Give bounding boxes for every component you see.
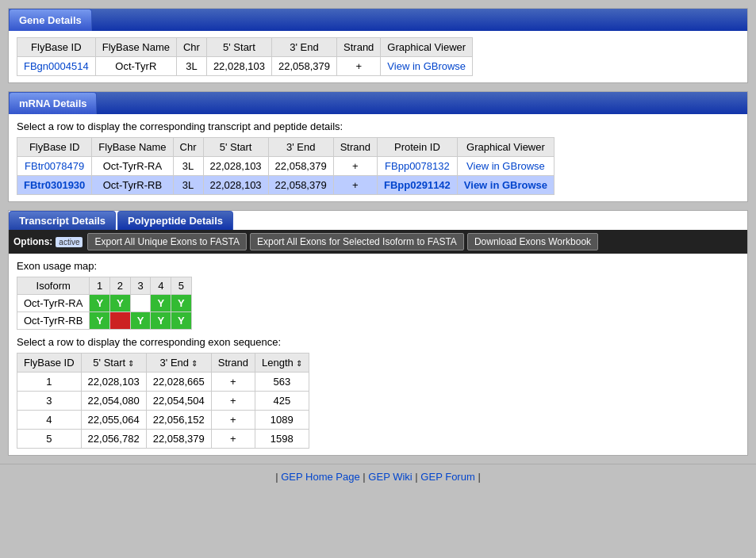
- active-badge: active: [56, 237, 83, 247]
- mrna-chr-cell: 3L: [173, 176, 203, 195]
- gene-flybase-id-link[interactable]: FBgn0004514: [24, 60, 89, 72]
- transcript-details-tab[interactable]: Transcript Details: [9, 211, 116, 230]
- mrna-protein-id-link[interactable]: FBpp0291142: [384, 179, 451, 191]
- gene-details-row[interactable]: FBgn0004514 Oct-TyrR 3L 22,028,103 22,05…: [17, 57, 473, 76]
- mrna-flybase-name-cell: Oct-TyrR-RA: [92, 157, 173, 176]
- mrna-header-row: FlyBase ID FlyBase Name Chr 5' Start 3' …: [17, 138, 555, 157]
- col-3end: 3' End: [271, 38, 336, 57]
- exon-seq-row[interactable]: 1 22,028,103 22,028,665 + 563: [17, 373, 309, 392]
- gene-details-table: FlyBase ID FlyBase Name Chr 5' Start 3' …: [17, 37, 473, 76]
- mrna-viewer-link[interactable]: View in GBrowse: [466, 160, 545, 172]
- mrna-select-note: Select a row to display the correspondin…: [17, 120, 739, 132]
- exon-seq-row[interactable]: 5 22,056,782 22,058,379 + 1598: [17, 430, 309, 449]
- exon-cell: [130, 295, 151, 312]
- col-strand: Strand: [337, 38, 381, 57]
- exon-map-header-row: Isoform 1 2 3 4 5: [17, 277, 192, 295]
- export-unique-exons-btn[interactable]: Export All Unique Exons to FASTA: [87, 233, 247, 250]
- transcript-tab-label: Transcript Details: [19, 215, 106, 227]
- exon-cell: Y: [90, 312, 110, 330]
- col-5start: 5' Start: [206, 38, 271, 57]
- gene-chr-cell: 3L: [176, 57, 206, 76]
- gene-details-panel: Gene Details FlyBase ID FlyBase Name Chr…: [8, 8, 748, 83]
- mrna-viewer-cell: View in GBrowse: [457, 157, 554, 176]
- exon-col-isoform: Isoform: [17, 277, 90, 295]
- polypeptide-tab-label: Polypeptide Details: [128, 215, 223, 227]
- mrna-flybase-id-cell: FBtr0301930: [17, 176, 92, 195]
- exon-col-4: 4: [151, 277, 171, 295]
- mrna-strand-cell: +: [333, 157, 377, 176]
- exon-col-5: 5: [171, 277, 192, 295]
- exon-seq-end: 22,056,152: [146, 411, 211, 430]
- transcript-tabs-bar: Transcript Details Polypeptide Details: [9, 211, 747, 230]
- mrna-row[interactable]: FBtr0301930 Oct-TyrR-RB 3L 22,028,103 22…: [17, 176, 555, 195]
- exon-map-section: Exon usage map: Isoform 1 2 3 4 5 Oct-Ty…: [9, 254, 747, 455]
- exon-seq-id: 1: [17, 373, 82, 392]
- mrna-strand-cell: +: [333, 176, 377, 195]
- footer: | GEP Home Page | GEP Wiki | GEP Forum |: [0, 464, 756, 489]
- gene-details-header-bar: Gene Details: [9, 9, 747, 31]
- mrna-row[interactable]: FBtr0078479 Oct-TyrR-RA 3L 22,028,103 22…: [17, 157, 555, 176]
- gene-viewer-cell: View in GBrowse: [381, 57, 473, 76]
- exon-cell: Y: [130, 312, 151, 330]
- exon-cell: Y: [90, 295, 110, 312]
- exon-seq-start: 22,028,103: [81, 373, 146, 392]
- options-label: Options:: [13, 236, 52, 247]
- select-exon-note: Select a row to display the correspondin…: [17, 336, 739, 348]
- mrna-col-5start: 5' Start: [203, 138, 268, 157]
- footer-gep-wiki[interactable]: GEP Wiki: [368, 471, 412, 483]
- exon-seq-length: 563: [255, 373, 309, 392]
- exon-sequence-table: FlyBase ID 5' Start 3' End Strand Length…: [17, 353, 309, 449]
- gene-details-tab[interactable]: Gene Details: [9, 9, 92, 31]
- exon-seq-strand: +: [211, 392, 255, 411]
- mrna-flybase-id-link[interactable]: FBtr0301930: [24, 179, 85, 191]
- gene-details-header-row: FlyBase ID FlyBase Name Chr 5' Start 3' …: [17, 38, 473, 57]
- gene-strand-cell: +: [337, 57, 381, 76]
- exon-seq-end: 22,054,504: [146, 392, 211, 411]
- exon-seq-col-5start[interactable]: 5' Start: [81, 354, 146, 373]
- gene-end-cell: 22,058,379: [271, 57, 336, 76]
- footer-gep-home[interactable]: GEP Home Page: [281, 471, 359, 483]
- exon-map-row[interactable]: Oct-TyrR-RBYYYY: [17, 312, 192, 330]
- mrna-details-table: FlyBase ID FlyBase Name Chr 5' Start 3' …: [17, 137, 555, 195]
- exon-seq-end: 22,058,379: [146, 430, 211, 449]
- exon-seq-end: 22,028,665: [146, 373, 211, 392]
- mrna-start-cell: 22,028,103: [203, 176, 268, 195]
- exon-seq-col-length[interactable]: Length: [255, 354, 309, 373]
- mrna-protein-id-cell: FBpp0078132: [378, 157, 458, 176]
- exon-isoform-label: Oct-TyrR-RB: [17, 312, 90, 330]
- exon-seq-col-id: FlyBase ID: [17, 354, 82, 373]
- exon-cell: Y: [171, 312, 192, 330]
- export-selected-isoform-btn[interactable]: Export All Exons for Selected Isoform to…: [250, 233, 464, 250]
- download-exons-workbook-btn[interactable]: Download Exons Workbook: [467, 233, 598, 250]
- mrna-col-chr: Chr: [173, 138, 203, 157]
- mrna-col-flybase-id: FlyBase ID: [17, 138, 92, 157]
- col-flybase-id: FlyBase ID: [17, 38, 96, 57]
- mrna-col-3end: 3' End: [268, 138, 333, 157]
- footer-gep-forum[interactable]: GEP Forum: [420, 471, 474, 483]
- polypeptide-details-tab[interactable]: Polypeptide Details: [117, 211, 233, 230]
- exon-cell: Y: [151, 312, 171, 330]
- gene-viewer-link[interactable]: View in GBrowse: [387, 60, 466, 72]
- mrna-protein-id-cell: FBpp0291142: [378, 176, 458, 195]
- exon-seq-row[interactable]: 3 22,054,080 22,054,504 + 425: [17, 392, 309, 411]
- exon-seq-length: 425: [255, 392, 309, 411]
- options-bar: Options: active Export All Unique Exons …: [9, 230, 747, 254]
- mrna-details-panel: mRNA Details Select a row to display the…: [8, 91, 748, 202]
- exon-seq-strand: +: [211, 373, 255, 392]
- mrna-start-cell: 22,028,103: [203, 157, 268, 176]
- exon-map-row[interactable]: Oct-TyrR-RAYYYY: [17, 295, 192, 312]
- mrna-protein-id-link[interactable]: FBpp0078132: [385, 160, 450, 172]
- exon-col-3: 3: [130, 277, 151, 295]
- mrna-col-graphical-viewer: Graphical Viewer: [457, 138, 554, 157]
- transcript-details-panel: Transcript Details Polypeptide Details O…: [8, 210, 748, 456]
- exon-seq-row[interactable]: 4 22,055,064 22,056,152 + 1089: [17, 411, 309, 430]
- mrna-viewer-link[interactable]: View in GBrowse: [464, 179, 547, 191]
- exon-seq-start: 22,055,064: [81, 411, 146, 430]
- mrna-viewer-cell: View in GBrowse: [457, 176, 554, 195]
- mrna-details-tab[interactable]: mRNA Details: [9, 92, 97, 114]
- exon-map-table: Isoform 1 2 3 4 5 Oct-TyrR-RAYYYYOct-Tyr…: [17, 277, 192, 330]
- exon-seq-id: 5: [17, 430, 82, 449]
- exon-seq-col-3end[interactable]: 3' End: [146, 354, 211, 373]
- mrna-flybase-id-link[interactable]: FBtr0078479: [25, 160, 84, 172]
- exon-col-2: 2: [110, 277, 131, 295]
